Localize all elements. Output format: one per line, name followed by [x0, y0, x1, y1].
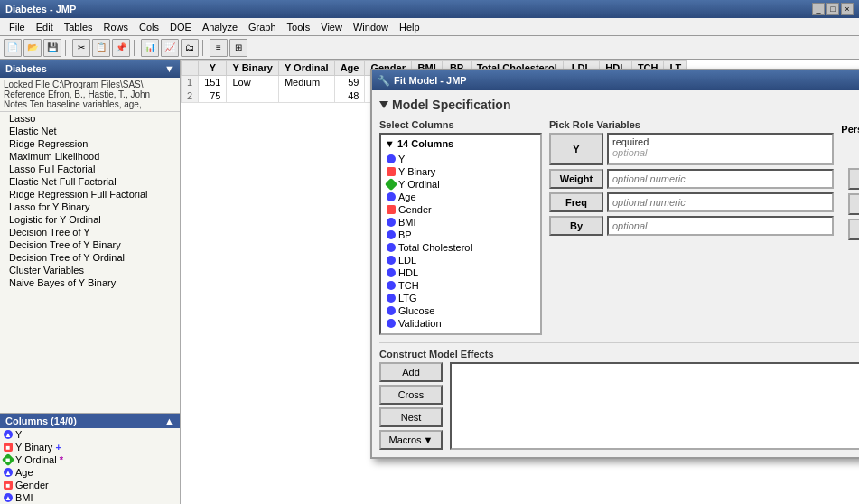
col-item-bmi[interactable]: ▲ BMI: [0, 491, 180, 504]
sidebar-item-cluster[interactable]: Cluster Variables: [0, 264, 180, 276]
col-item-age[interactable]: ▲ Age: [0, 466, 180, 479]
col-LTG[interactable]: LTG: [385, 292, 537, 304]
menu-view[interactable]: View: [315, 21, 348, 33]
col-Glucose[interactable]: Glucose: [385, 304, 537, 317]
freq-role-input[interactable]: [607, 192, 834, 212]
col-item-y[interactable]: ▲ Y: [0, 428, 180, 441]
ldl-col-label: LDL: [398, 255, 416, 266]
by-role-row: By: [549, 216, 834, 236]
menu-cols[interactable]: Cols: [134, 21, 164, 33]
y-role-button[interactable]: Y: [549, 133, 603, 165]
sidebar-item-decision-tree[interactable]: Decision Tree of Y: [0, 226, 180, 238]
sidebar-item-lasso[interactable]: Lasso: [0, 112, 180, 125]
sidebar-item-lasso-full[interactable]: Lasso Full Factorial: [0, 163, 180, 175]
section-title: Model Specification: [392, 98, 510, 112]
cross-button[interactable]: Cross: [379, 385, 443, 405]
copy-btn[interactable]: 📋: [92, 39, 110, 57]
title-bar-buttons[interactable]: _ □ ×: [812, 3, 854, 15]
menu-tables[interactable]: Tables: [59, 21, 98, 33]
menu-window[interactable]: Window: [348, 21, 394, 33]
y-role-input[interactable]: required optional: [607, 133, 834, 165]
macros-button[interactable]: Macros ▼: [379, 430, 443, 450]
maximize-button[interactable]: □: [826, 3, 839, 15]
col-Age[interactable]: Age: [385, 191, 537, 203]
sidebar-item-max-likelihood[interactable]: Maximum Likelihood: [0, 150, 180, 163]
action-buttons: Help Recall Remove: [848, 168, 859, 240]
col-TotalCholesterol[interactable]: Total Cholesterol: [385, 241, 537, 254]
menu-edit[interactable]: Edit: [31, 21, 59, 33]
sidebar-item-decision-tree-binary[interactable]: Decision Tree of Y Binary: [0, 238, 180, 251]
recall-button[interactable]: Recall: [848, 193, 859, 215]
weight-role-input[interactable]: [607, 169, 834, 189]
menu-graph[interactable]: Graph: [243, 21, 282, 33]
col-header-yordinal[interactable]: Y Ordinal: [278, 61, 334, 76]
menu-doe[interactable]: DOE: [164, 21, 197, 33]
columns-count-header: ▼ 14 Columns: [385, 138, 537, 149]
sidebar-item-decision-tree-ordinal[interactable]: Decision Tree of Y Ordinal: [0, 251, 180, 264]
col-header-age[interactable]: Age: [334, 61, 365, 76]
sidebar-item-ridge-regression[interactable]: Ridge Regression: [0, 137, 180, 150]
col-header-rownum[interactable]: [182, 61, 199, 76]
col-Gender[interactable]: Gender: [385, 203, 537, 216]
new-btn[interactable]: 📄: [4, 39, 22, 57]
columns-box[interactable]: ▼ 14 Columns Y Y Binary: [379, 133, 542, 335]
col-item-ybinary[interactable]: ■ Y Binary +: [0, 441, 180, 453]
y-role-optional: optional: [612, 147, 828, 158]
sidebar-item-ridge-full[interactable]: Ridge Regression Full Factorial: [0, 188, 180, 201]
col-Validation[interactable]: Validation: [385, 317, 537, 330]
sidebar-item-logistic-ordinal-label: Logistic for Y Ordinal: [9, 214, 101, 225]
col-item-gender[interactable]: ■ Gender: [0, 479, 180, 491]
table-btn[interactable]: 🗂: [181, 39, 199, 57]
cut-btn[interactable]: ✂: [72, 39, 90, 57]
col-item-yordinal[interactable]: ◆ Y Ordinal *: [0, 453, 180, 466]
effect-buttons: Add Cross Nest Macros ▼: [379, 362, 443, 450]
sidebar-item-elastic-net[interactable]: Elastic Net: [0, 125, 180, 137]
sidebar-list: Lasso Elastic Net Ridge Regression Maxim…: [0, 112, 180, 413]
effects-area[interactable]: [450, 362, 859, 450]
bmi-col-label: BMI: [398, 217, 416, 228]
paste-btn[interactable]: 📌: [112, 39, 130, 57]
sidebar-header[interactable]: Diabetes ▼: [0, 60, 180, 78]
col-header-y[interactable]: Y: [199, 61, 227, 76]
save-btn[interactable]: 💾: [43, 39, 61, 57]
graph-btn[interactable]: 📈: [161, 39, 179, 57]
ybinary-col-icon: [387, 167, 396, 176]
weight-role-button[interactable]: Weight: [549, 169, 603, 189]
col-BP[interactable]: BP: [385, 229, 537, 241]
menu-tools[interactable]: Tools: [282, 21, 316, 33]
add-button[interactable]: Add: [379, 362, 443, 382]
by-role-input[interactable]: [607, 216, 834, 236]
menu-help[interactable]: Help: [394, 21, 425, 33]
menu-analyze[interactable]: Analyze: [197, 21, 243, 33]
columns-header[interactable]: Columns (14/0) ▲: [0, 414, 180, 428]
sidebar-item-lasso-binary[interactable]: Lasso for Y Binary: [0, 201, 180, 213]
remove-button[interactable]: Remove: [848, 219, 859, 240]
col-TCH[interactable]: TCH: [385, 279, 537, 292]
nest-button[interactable]: Nest: [379, 407, 443, 427]
col-LDL[interactable]: LDL: [385, 254, 537, 266]
freq-role-button[interactable]: Freq: [549, 192, 603, 212]
col-YOrdinal[interactable]: Y Ordinal: [385, 178, 537, 191]
close-button[interactable]: ×: [841, 3, 854, 15]
minimize-button[interactable]: _: [812, 3, 825, 15]
sidebar-item-logistic-ordinal[interactable]: Logistic for Y Ordinal: [0, 213, 180, 226]
dialog-title: 🔧 Fit Model - JMP: [378, 75, 467, 87]
col-HDL[interactable]: HDL: [385, 266, 537, 279]
col-header-ybinary[interactable]: Y Binary: [227, 61, 278, 76]
menu-file[interactable]: File: [4, 21, 31, 33]
section-collapse-icon[interactable]: [379, 101, 388, 108]
gender-col-icon: [387, 205, 396, 214]
cols-btn[interactable]: ⊞: [229, 39, 247, 57]
analyze-btn[interactable]: 📊: [141, 39, 159, 57]
open-btn[interactable]: 📂: [23, 39, 42, 57]
sidebar-item-naive-bayes[interactable]: Naive Bayes of Y Binary: [0, 276, 180, 289]
col-YBinary[interactable]: Y Binary: [385, 165, 537, 178]
col-BMI[interactable]: BMI: [385, 216, 537, 229]
sidebar-item-elastic-full[interactable]: Elastic Net Full Factorial: [0, 175, 180, 188]
col-Y[interactable]: Y: [385, 153, 537, 165]
help-button[interactable]: Help: [848, 168, 859, 190]
menu-rows[interactable]: Rows: [98, 21, 135, 33]
by-role-button[interactable]: By: [549, 216, 603, 236]
row-1-y: 151: [199, 76, 227, 89]
rows-btn[interactable]: ≡: [210, 39, 228, 57]
